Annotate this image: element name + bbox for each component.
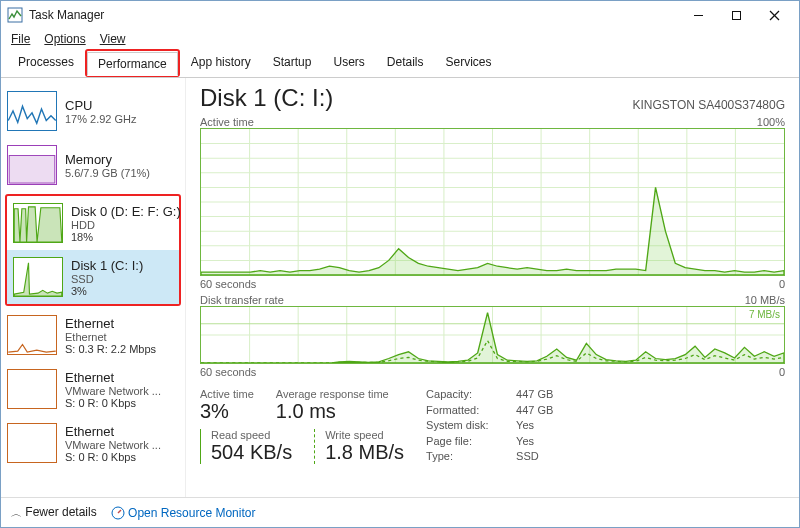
page-title: Disk 1 (C: I:) [200,84,333,112]
menubar: File Options View [1,29,799,49]
tab-startup[interactable]: Startup [262,50,323,78]
open-resource-monitor-link[interactable]: Open Resource Monitor [111,506,256,520]
sidebar-item-ethernet0[interactable]: EthernetEthernetS: 0.3 R: 2.2 Mbps [1,308,185,362]
highlight-box-sidebar: Disk 0 (D: E: F: G:)HDD18% Disk 1 (C: I:… [5,194,181,306]
chart1-label: Active time [200,116,254,128]
app-icon [7,7,23,23]
chevron-up-icon: 〉 [9,507,24,518]
tab-details[interactable]: Details [376,50,435,78]
sidebar-item-label: Ethernet [65,424,161,439]
window-title: Task Manager [29,8,104,22]
menu-file[interactable]: File [11,32,30,46]
main-panel: Disk 1 (C: I:) KINGSTON SA400S37480G Act… [186,78,799,497]
sidebar-item-label: CPU [65,98,137,113]
sidebar-item-disk0[interactable]: Disk 0 (D: E: F: G:)HDD18% [7,196,179,250]
fewer-details-button[interactable]: 〉 Fewer details [11,505,97,520]
stat-avg-response: 1.0 ms [276,400,389,423]
monitor-icon [111,506,125,520]
tab-performance[interactable]: Performance [87,52,178,76]
sidebar-item-label: Memory [65,152,150,167]
chart1-max: 100% [757,116,785,128]
transfer-chart: 7 MB/s [200,306,785,364]
menu-view[interactable]: View [100,32,126,46]
footer: 〉 Fewer details Open Resource Monitor [1,497,799,527]
sidebar-item-label: Ethernet [65,370,161,385]
stat-write-speed: 1.8 MB/s [325,441,404,464]
sidebar-item-label: Disk 0 (D: E: F: G:) [71,204,181,219]
highlight-box-tab: Performance [85,49,180,77]
task-manager-window: Task Manager File Options View Processes… [0,0,800,528]
tab-app-history[interactable]: App history [180,50,262,78]
sidebar-item-ethernet2[interactable]: EthernetVMware Network ...S: 0 R: 0 Kbps [1,416,185,470]
sidebar-item-label: Ethernet [65,316,156,331]
tab-users[interactable]: Users [322,50,375,78]
titlebar[interactable]: Task Manager [1,1,799,29]
sidebar-item-disk1[interactable]: Disk 1 (C: I:)SSD3% [7,250,179,304]
sidebar-item-label: Disk 1 (C: I:) [71,258,143,273]
stat-read-speed: 504 KB/s [211,441,292,464]
device-name: KINGSTON SA400S37480G [632,98,785,112]
sidebar-item-ethernet1[interactable]: EthernetVMware Network ...S: 0 R: 0 Kbps [1,362,185,416]
svg-rect-5 [9,156,55,184]
svg-rect-2 [732,11,740,19]
tab-processes[interactable]: Processes [7,50,85,78]
chart2-max: 10 MB/s [745,294,785,306]
sidebar-item-cpu[interactable]: CPU17% 2.92 GHz [1,84,185,138]
sidebar-item-memory[interactable]: Memory5.6/7.9 GB (71%) [1,138,185,192]
chart2-label: Disk transfer rate [200,294,284,306]
close-button[interactable] [755,4,793,26]
stat-active-time: 3% [200,400,254,423]
svg-line-40 [118,510,121,513]
minimize-button[interactable] [679,4,717,26]
maximize-button[interactable] [717,4,755,26]
tab-services[interactable]: Services [435,50,503,78]
menu-options[interactable]: Options [44,32,85,46]
sidebar[interactable]: CPU17% 2.92 GHz Memory5.6/7.9 GB (71%) D… [1,78,186,497]
tabs: Processes Performance App history Startu… [1,49,799,78]
disk-info: Capacity:447 GB Formatted:447 GB System … [426,388,553,464]
active-time-chart [200,128,785,276]
